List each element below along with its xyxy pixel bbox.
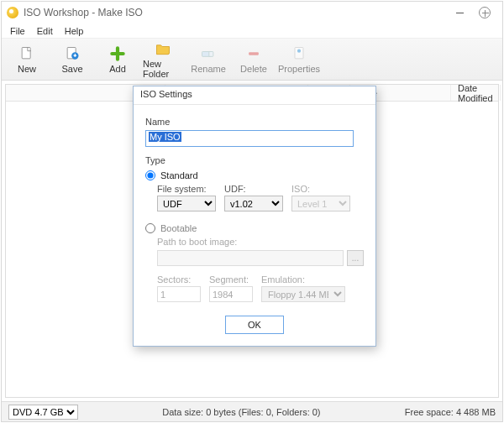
file-icon xyxy=(18,45,36,62)
window-title: ISO Workshop - Make ISO xyxy=(24,7,447,18)
svg-rect-0 xyxy=(22,47,30,58)
segment-label: Segment: xyxy=(209,274,253,285)
folder-icon xyxy=(154,40,172,57)
name-label: Name xyxy=(145,117,364,127)
menu-file[interactable]: File xyxy=(5,25,30,37)
menu-edit[interactable]: Edit xyxy=(32,25,58,37)
iso-label: ISO: xyxy=(291,184,350,194)
type-label: Type xyxy=(145,155,364,165)
minimize-button[interactable] xyxy=(447,3,472,22)
rename-button[interactable]: Rename xyxy=(188,41,228,78)
udf-select[interactable]: v1.02 xyxy=(224,196,283,212)
save-icon xyxy=(63,45,81,62)
add-button[interactable]: Add xyxy=(97,41,138,78)
svg-point-7 xyxy=(297,49,301,52)
emulation-select: Floppy 1.44 MB xyxy=(261,286,345,302)
bootable-radio[interactable] xyxy=(145,223,155,233)
browse-button: ... xyxy=(347,250,364,266)
bootable-label: Bootable xyxy=(160,223,197,233)
menubar: File Edit Help xyxy=(2,24,502,39)
standard-radio-row[interactable]: Standard xyxy=(145,170,364,180)
delete-button[interactable]: Delete xyxy=(234,41,274,78)
sectors-input xyxy=(157,286,201,302)
path-input xyxy=(157,250,344,266)
standard-label: Standard xyxy=(160,170,198,180)
segment-input xyxy=(209,286,253,302)
standard-radio[interactable] xyxy=(145,170,155,180)
filesystem-select[interactable]: UDF xyxy=(157,196,216,212)
plus-icon xyxy=(108,45,127,62)
dialog-title: ISO Settings xyxy=(134,86,375,105)
maximize-icon xyxy=(479,7,491,18)
bootable-radio-row[interactable]: Bootable xyxy=(145,223,364,233)
filesystem-label: File system: xyxy=(157,184,216,194)
column-date[interactable]: Date Modified xyxy=(451,85,501,101)
properties-button[interactable]: Properties xyxy=(279,41,319,78)
delete-icon xyxy=(244,45,263,62)
disc-size-select[interactable]: DVD 4.7 GB xyxy=(8,405,78,420)
udf-label: UDF: xyxy=(224,184,283,194)
titlebar: ISO Workshop - Make ISO xyxy=(2,2,502,24)
status-freespace: Free space: 4 488 MB xyxy=(405,407,496,417)
app-icon xyxy=(7,7,18,18)
status-datasize: Data size: 0 bytes (Files: 0, Folders: 0… xyxy=(162,407,320,417)
save-button[interactable]: Save xyxy=(52,41,92,78)
statusbar: DVD 4.7 GB Data size: 0 bytes (Files: 0,… xyxy=(2,401,502,421)
new-folder-button[interactable]: New Folder xyxy=(143,41,183,78)
new-button[interactable]: New xyxy=(7,41,47,78)
ok-button[interactable]: OK xyxy=(225,316,284,334)
properties-icon xyxy=(290,45,308,62)
name-input[interactable]: My ISO xyxy=(145,130,354,147)
toolbar: New Save Add New Folder Rename Delete Pr… xyxy=(2,39,502,81)
rename-icon xyxy=(199,45,218,62)
svg-rect-4 xyxy=(209,51,213,56)
svg-rect-5 xyxy=(249,52,259,55)
emulation-label: Emulation: xyxy=(261,274,345,285)
iso-select: Level 1 xyxy=(291,196,350,212)
sectors-label: Sectors: xyxy=(157,274,201,285)
maximize-button[interactable] xyxy=(472,3,497,22)
menu-help[interactable]: Help xyxy=(60,25,89,37)
iso-settings-dialog: ISO Settings Name My ISO Type Standard F… xyxy=(133,86,376,347)
svg-rect-6 xyxy=(295,47,303,58)
path-label: Path to boot image: xyxy=(157,237,241,247)
